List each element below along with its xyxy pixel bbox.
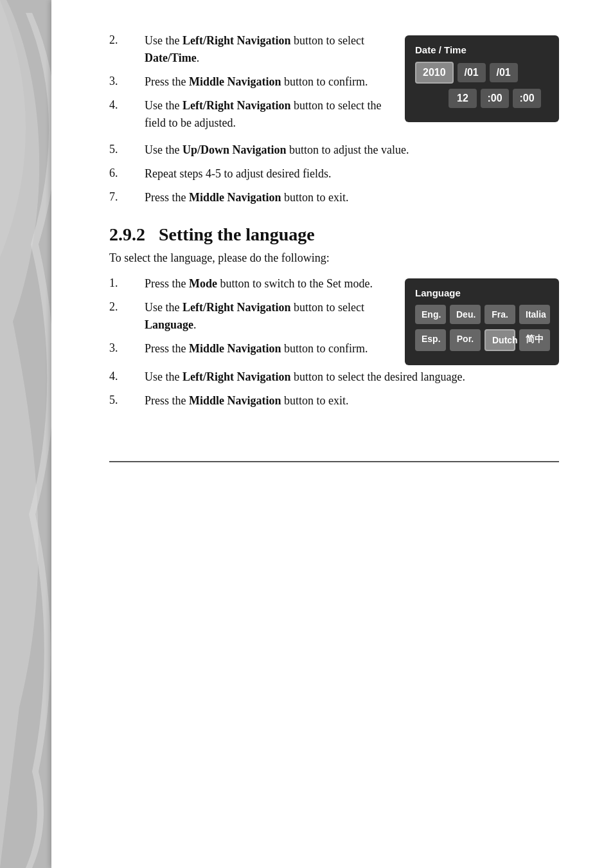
steps-col-datetime: 2. Use the Left/Right Navigation button … xyxy=(109,32,392,138)
lang-step-5: 5. Press the Middle Navigation button to… xyxy=(109,392,559,410)
datetime-widget-title: Date / Time xyxy=(415,44,549,55)
datetime-section: 2. Use the Left/Right Navigation button … xyxy=(109,32,559,138)
lang-step-1: 1. Press the Mode button to switch to th… xyxy=(109,275,392,293)
lang-deu: Deu. xyxy=(450,305,481,324)
lang-por: Por. xyxy=(450,329,481,351)
step-num-4: 4. xyxy=(109,97,145,112)
datetime-widget-container: Date / Time 2010 /01 /01 12 :00 :00 xyxy=(405,35,559,122)
datetime-row-1: 2010 /01 /01 xyxy=(415,62,549,84)
dt-day: /01 xyxy=(490,63,518,82)
step-6: 6. Repeat steps 4-5 to adjust desired fi… xyxy=(109,165,559,183)
language-widget-title: Language xyxy=(415,287,549,298)
step-text-2: Use the Left/Right Navigation button to … xyxy=(145,32,392,67)
lang-row-2: Esp. Por. Dutch 简中 xyxy=(415,329,549,351)
language-section: 1. Press the Mode button to switch to th… xyxy=(109,275,559,365)
step-num-3: 3. xyxy=(109,73,145,88)
lang-chinese: 简中 xyxy=(519,329,550,351)
dt-hour: 12 xyxy=(449,89,477,108)
step-num-5: 5. xyxy=(109,141,145,156)
step-num-7: 7. xyxy=(109,189,145,204)
dt-min: :00 xyxy=(481,89,509,108)
lang-esp: Esp. xyxy=(415,329,446,351)
step-7: 7. Press the Middle Navigation button to… xyxy=(109,189,559,206)
language-widget: Language Eng. Deu. Fra. Italia Esp. Por.… xyxy=(405,278,559,365)
main-content: 2. Use the Left/Right Navigation button … xyxy=(71,0,598,501)
step-text-5: Use the Up/Down Navigation button to adj… xyxy=(145,141,559,159)
lang-step-text-4: Use the Left/Right Navigation button to … xyxy=(145,368,559,386)
lang-step-num-5: 5. xyxy=(109,392,145,407)
step-2: 2. Use the Left/Right Navigation button … xyxy=(109,32,392,67)
step-5: 5. Use the Up/Down Navigation button to … xyxy=(109,141,559,159)
lang-step-3: 3. Press the Middle Navigation button to… xyxy=(109,340,392,357)
dt-sec: :00 xyxy=(513,89,541,108)
section-intro: To select the language, please do the fo… xyxy=(109,251,559,265)
lang-step-num-4: 4. xyxy=(109,368,145,383)
lang-step-2: 2. Use the Left/Right Navigation button … xyxy=(109,299,392,334)
lang-step-text-5: Press the Middle Navigation button to ex… xyxy=(145,392,559,410)
step-num-6: 6. xyxy=(109,165,145,180)
bottom-divider xyxy=(109,461,559,462)
step-text-7: Press the Middle Navigation button to ex… xyxy=(145,189,559,206)
dt-month: /01 xyxy=(458,63,486,82)
lang-step-text-2: Use the Left/Right Navigation button to … xyxy=(145,299,392,334)
lang-step-num-3: 3. xyxy=(109,340,145,355)
steps-col-language: 1. Press the Mode button to switch to th… xyxy=(109,275,392,364)
lang-step-text-1: Press the Mode button to switch to the S… xyxy=(145,275,392,293)
datetime-widget: Date / Time 2010 /01 /01 12 :00 :00 xyxy=(405,35,559,122)
lang-italia: Italia xyxy=(519,305,550,324)
lang-row-1: Eng. Deu. Fra. Italia xyxy=(415,305,549,324)
language-widget-container: Language Eng. Deu. Fra. Italia Esp. Por.… xyxy=(405,278,559,365)
dt-year: 2010 xyxy=(415,62,454,84)
lang-step-num-2: 2. xyxy=(109,299,145,314)
lang-step-num-1: 1. xyxy=(109,275,145,290)
section-292-heading: 2.9.2 Setting the language xyxy=(109,224,559,245)
section-heading-text: 2.9.2 Setting the language xyxy=(109,224,315,244)
lang-step-4: 4. Use the Left/Right Navigation button … xyxy=(109,368,559,386)
lang-fra: Fra. xyxy=(484,305,515,324)
step-text-4: Use the Left/Right Navigation button to … xyxy=(145,97,392,132)
step-3: 3. Press the Middle Navigation button to… xyxy=(109,73,392,91)
datetime-row-2: 12 :00 :00 xyxy=(415,89,549,108)
lang-step-text-3: Press the Middle Navigation button to co… xyxy=(145,340,392,357)
step-4: 4. Use the Left/Right Navigation button … xyxy=(109,97,392,132)
lang-dutch: Dutch xyxy=(484,329,515,351)
lang-eng: Eng. xyxy=(415,305,446,324)
step-num-2: 2. xyxy=(109,32,145,47)
step-text-6: Repeat steps 4-5 to adjust desired field… xyxy=(145,165,559,183)
step-text-3: Press the Middle Navigation button to co… xyxy=(145,73,392,91)
